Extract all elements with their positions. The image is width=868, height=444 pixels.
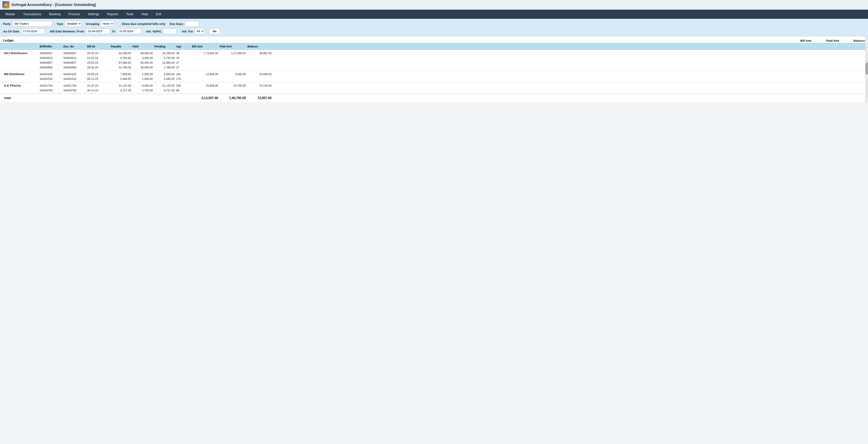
table-row[interactable]: SA004510SA00451021-02-249,792.004,000.00… [3, 56, 865, 60]
party-input[interactable] [13, 21, 52, 27]
intr-input[interactable] [163, 29, 177, 34]
paid-cell: 2,700.00 [132, 89, 154, 92]
table-header: Ledger Bill Amt Paid Amt Balance [0, 36, 868, 43]
age-cell: 27 [175, 66, 191, 69]
app-icon: AE [2, 1, 9, 8]
age-cell: 179 [175, 77, 191, 80]
bill-ref-cell: SA003793 [39, 89, 63, 92]
menu-tools[interactable]: Tools [122, 10, 137, 19]
bill-amt-header: Bill Amt [784, 39, 811, 42]
bill-date-to-input[interactable] [117, 29, 141, 34]
bill-dt-cell: 20-02-24 [86, 52, 110, 55]
table-row[interactable]: BM DistributorSA002445SA00244529-09-237,… [3, 71, 865, 76]
ledger-column-header: Ledger [3, 39, 14, 42]
menu-reports[interactable]: Reports [103, 10, 122, 19]
doc-no-cell: SA004510 [63, 56, 86, 60]
show-due-checkbox[interactable] [118, 23, 121, 25]
age-cell: 35 [175, 56, 191, 60]
ledger-name-cell: A.K Pharma [3, 84, 39, 87]
app-title: Gofrugal AccountsEasy - [Customer Outsta… [11, 3, 96, 7]
menu-transactions[interactable]: Transactions [19, 10, 45, 19]
go-button[interactable]: Go [209, 29, 220, 34]
doc-no-cell: SA002516 [63, 77, 86, 80]
grouping-select[interactable]: None [101, 21, 114, 27]
bill-ref-cell: SA004658 [39, 66, 63, 69]
as-on-date-label: As On Date [3, 30, 19, 33]
doc-no-cell: SA002445 [63, 73, 86, 76]
paid-cell: 2,000.00 [132, 73, 154, 76]
total-empty-4 [110, 96, 132, 100]
paid-amt-cell: 1,27,000.00 [219, 52, 247, 55]
data-section-1: BM DistributorSA002445SA00244529-09-237,… [0, 71, 868, 82]
menu-banking[interactable]: Banking [45, 10, 65, 19]
total-balance: 72,857.00 [247, 96, 272, 100]
bill-dt-cell: 29-09-23 [86, 73, 110, 76]
scrollbar-thumb[interactable] [865, 63, 868, 74]
total-empty-3 [86, 96, 110, 100]
menu-master[interactable]: Master [2, 10, 19, 19]
payable-cell: 44,298.00 [110, 52, 132, 55]
as-on-date-input[interactable] [21, 29, 45, 34]
menu-settings[interactable]: Settings [84, 10, 103, 19]
bill-date-from-input[interactable] [86, 29, 110, 34]
total-empty-7 [175, 96, 191, 100]
bill-dt-cell: 29-02-24 [86, 61, 110, 64]
due-days-label: Due Days [169, 22, 183, 26]
bill-amt-cell: 1,73,862.00 [191, 52, 219, 55]
payable-cell: 21,132.00 [110, 84, 132, 87]
doc-no-cell: SA004657 [63, 61, 86, 64]
sub-header-row: BillRefNo Doc. No Bill Dt Payable Paid P… [0, 43, 868, 50]
balance-header: Balance [839, 39, 865, 42]
doc-no-cell: SA003793 [63, 89, 86, 92]
content-area: Ledger Bill Amt Paid Amt Balance BillRef… [0, 36, 868, 102]
menu-help[interactable]: Help [137, 10, 152, 19]
payable-cell: 4,717.00 [110, 89, 132, 92]
col-billrefno: BillRefNo [39, 45, 63, 48]
doc-no-cell: SA004658 [63, 66, 86, 69]
total-bill-amt: 2,13,557.00 [191, 96, 219, 100]
doc-no-cell: SA004507 [63, 52, 86, 55]
payable-cell: 31,788.00 [110, 66, 132, 69]
paid-cell: 8,000.00 [132, 84, 154, 87]
col-pending: Pending [154, 45, 175, 48]
col-empty [3, 45, 39, 48]
filter-bar: Party Type Detailed Grouping None Show d… [0, 19, 868, 36]
bill-date-label: Bill Date Between: From [50, 30, 84, 33]
col-billdt: Bill Dt [86, 45, 110, 48]
col-paidamt: Paid Amt [219, 45, 247, 48]
table-row[interactable]: A.K PharmaSA001744SA00174431-07-2321,132… [3, 82, 865, 88]
table-row[interactable]: SA002516SA00251608-12-235,940.001,000.00… [3, 76, 865, 82]
bill-ref-cell: SA004510 [39, 56, 63, 60]
balance-cell: 15,149.00 [247, 84, 272, 87]
menu-process[interactable]: Process [65, 10, 84, 19]
due-days-input[interactable] [185, 21, 199, 27]
col-docno: Doc. No [63, 45, 86, 48]
table-row[interactable]: SA003793SA00379330-12-234,717.002,700.00… [3, 88, 865, 94]
pending-cell: 16,298.00 [154, 52, 175, 55]
type-select[interactable]: Detailed [65, 21, 81, 27]
type-label: Type [57, 22, 63, 26]
intr-for-select[interactable]: All [195, 28, 204, 34]
col-billamt: Bill Amt [191, 45, 219, 48]
total-empty-2 [63, 96, 86, 100]
filter-row-2: As On Date Bill Date Between: From To In… [3, 28, 865, 34]
scrollbar[interactable] [865, 36, 868, 102]
pending-cell: 5,792.00 [154, 56, 175, 60]
age-cell: 36 [175, 52, 191, 55]
menu-bar: Master Transactions Banking Process Sett… [0, 10, 868, 19]
party-label: Party [3, 22, 11, 26]
paid-cell: 65,000.00 [132, 61, 154, 64]
bill-ref-cell: SA002516 [39, 77, 63, 80]
table-row[interactable]: SA004658SA00465829-02-2431,788.0030,000.… [3, 65, 865, 71]
bill-amt-cell: 13,846.00 [191, 73, 219, 76]
table-row[interactable]: AKJ DistributorsSA004507SA00450720-02-24… [3, 50, 865, 56]
bill-ref-cell: SA002445 [39, 73, 63, 76]
bill-ref-cell: SA001744 [39, 84, 63, 87]
bill-dt-cell: 08-12-23 [86, 77, 110, 80]
pending-cell: 1,788.00 [154, 66, 175, 69]
age-cell: 27 [175, 61, 191, 64]
table-row[interactable]: SA004657SA00465729-02-2487,984.0065,000.… [3, 60, 865, 65]
menu-exit[interactable]: Exit [152, 10, 165, 19]
pending-cell: 5,906.00 [154, 73, 175, 76]
pending-cell: 22,984.00 [154, 61, 175, 64]
